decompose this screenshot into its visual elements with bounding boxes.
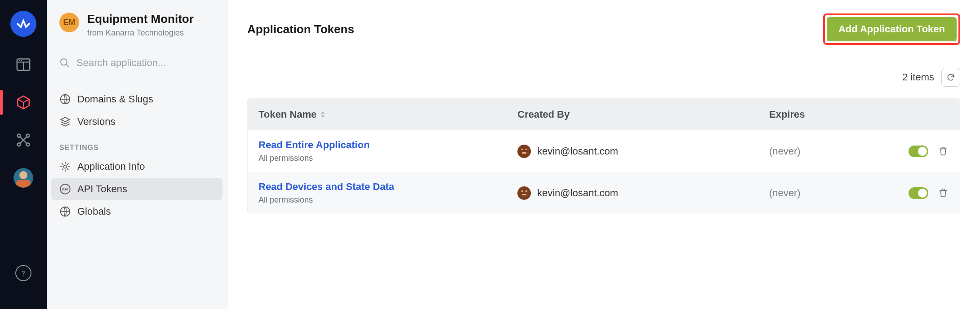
rail-workflow[interactable]: [13, 130, 33, 150]
add-application-token-button[interactable]: Add Application Token: [827, 17, 957, 41]
nav-versions[interactable]: Versions: [51, 110, 223, 133]
add-button-highlight: Add Application Token: [823, 13, 960, 45]
token-permissions: All permissions: [258, 154, 517, 163]
nav-globals[interactable]: Globals: [51, 200, 223, 223]
nav-api-tokens[interactable]: API API Tokens: [51, 178, 223, 200]
search-icon: [59, 57, 70, 68]
creator-email: kevin@losant.com: [537, 146, 618, 157]
svg-rect-26: [521, 190, 523, 192]
icon-rail: [0, 0, 47, 309]
svg-point-11: [19, 171, 27, 179]
nav-application-info[interactable]: Application Info: [51, 155, 223, 178]
creator-cell: kevin@losant.com: [517, 145, 769, 158]
table-header: Token Name Created By Expires: [248, 99, 960, 130]
dashboard-icon: [16, 57, 31, 72]
token-name-link[interactable]: Read Entire Application: [258, 139, 370, 150]
rail-dashboard[interactable]: [13, 55, 33, 75]
enabled-toggle[interactable]: [909, 187, 928, 199]
row-actions: [886, 187, 949, 199]
th-created-by[interactable]: Created By: [517, 109, 769, 120]
th-label: Token Name: [258, 109, 316, 120]
delete-button[interactable]: [938, 187, 949, 199]
delete-button[interactable]: [938, 145, 949, 158]
svg-line-15: [67, 64, 69, 67]
svg-rect-27: [526, 190, 527, 192]
expires-cell: (never): [769, 146, 886, 157]
nav-label: Versions: [77, 116, 115, 128]
svg-point-4: [21, 60, 22, 62]
token-permissions: All permissions: [258, 195, 517, 205]
table-row: Read Entire Application All permissions …: [248, 130, 960, 172]
search-input[interactable]: [76, 57, 214, 69]
svg-point-13: [23, 275, 24, 276]
globe-www-icon: [59, 93, 71, 105]
main-header: Application Tokens Add Application Token: [227, 0, 980, 56]
svg-point-8: [27, 143, 30, 146]
gear-icon: [59, 161, 71, 172]
svg-rect-24: [522, 152, 526, 154]
creator-cell: kevin@losant.com: [517, 186, 769, 200]
search-row: [47, 47, 227, 79]
pixel-avatar-icon: [520, 189, 529, 198]
page-title: Application Tokens: [247, 22, 354, 36]
svg-point-7: [18, 143, 21, 146]
logo-icon: [16, 16, 31, 31]
svg-rect-12: [16, 180, 31, 188]
app-badge: EM: [59, 13, 79, 32]
trash-icon: [938, 187, 948, 199]
avatar-icon: [13, 168, 33, 188]
th-expires[interactable]: Expires: [769, 109, 886, 120]
app-subtitle: from Kanarra Technologies: [87, 28, 194, 38]
sidebar: EM Equipment Monitor from Kanarra Techno…: [47, 0, 227, 309]
api-icon: API: [59, 183, 71, 195]
row-actions: [886, 145, 949, 158]
svg-rect-23: [526, 149, 527, 150]
svg-point-3: [19, 60, 20, 62]
nav-domains-slugs[interactable]: Domains & Slugs: [51, 88, 223, 110]
layers-icon: [59, 116, 71, 128]
nav-section-settings: SETTINGS: [51, 133, 223, 155]
svg-rect-25: [520, 189, 529, 198]
th-label: Expires: [769, 109, 805, 120]
sort-icon: [320, 111, 325, 118]
rail-package[interactable]: [13, 93, 33, 112]
nav-label: Application Info: [77, 161, 145, 172]
brand-logo[interactable]: [10, 11, 36, 37]
refresh-button[interactable]: [941, 68, 960, 87]
trash-icon: [938, 145, 948, 157]
workflow-icon: [16, 132, 31, 148]
creator-avatar: [517, 145, 531, 158]
nav-label: Globals: [77, 206, 111, 217]
rail-help[interactable]: [15, 265, 31, 281]
nav-label: Domains & Slugs: [77, 93, 153, 105]
main: Application Tokens Add Application Token…: [227, 0, 980, 309]
th-token-name[interactable]: Token Name: [258, 109, 517, 120]
expires-cell: (never): [769, 187, 886, 199]
app-title: Equipment Monitor: [87, 13, 194, 26]
globe-icon: [59, 206, 71, 217]
item-count: 2 items: [902, 71, 934, 83]
refresh-icon: [946, 73, 955, 82]
svg-point-6: [27, 134, 30, 137]
help-icon: [19, 269, 27, 277]
th-label: Created By: [517, 109, 570, 120]
tokens-table: Token Name Created By Expires Read Entir…: [247, 98, 960, 214]
svg-point-5: [18, 134, 21, 137]
svg-point-17: [64, 165, 67, 168]
svg-rect-21: [520, 147, 529, 156]
table-toolbar: 2 items: [227, 56, 980, 98]
nav-label: API Tokens: [77, 183, 127, 195]
app-root: EM Equipment Monitor from Kanarra Techno…: [0, 0, 980, 309]
table-body: Read Entire Application All permissions …: [248, 130, 960, 214]
table-row: Read Devices and State Data All permissi…: [248, 172, 960, 214]
creator-avatar: [517, 186, 531, 200]
token-name-link[interactable]: Read Devices and State Data: [258, 181, 394, 192]
package-icon: [16, 95, 31, 110]
rail-avatar[interactable]: [13, 168, 33, 188]
enabled-toggle[interactable]: [909, 146, 928, 157]
creator-email: kevin@losant.com: [537, 187, 618, 199]
app-header: EM Equipment Monitor from Kanarra Techno…: [47, 0, 227, 47]
svg-rect-28: [522, 194, 526, 195]
svg-text:API: API: [62, 187, 68, 191]
svg-rect-22: [521, 149, 523, 150]
